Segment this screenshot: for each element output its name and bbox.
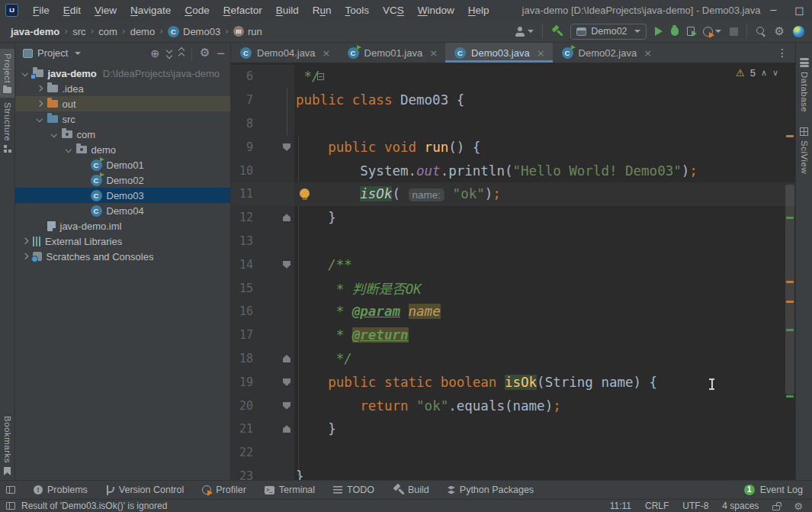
code-line-18[interactable]: 18 */ bbox=[231, 347, 795, 371]
menu-build[interactable]: Build bbox=[269, 5, 306, 16]
editor-tab-demo02-java[interactable]: CDemo02.java× bbox=[553, 43, 660, 63]
code-line-7[interactable]: 7public class Demo03 { bbox=[231, 89, 795, 112]
menu-edit[interactable]: Edit bbox=[56, 5, 88, 16]
code-line-12[interactable]: 12 } bbox=[231, 206, 795, 230]
line-number[interactable]: 23 bbox=[231, 469, 265, 480]
expand-all-button[interactable] bbox=[167, 48, 172, 58]
build-button[interactable] bbox=[551, 26, 562, 37]
collapse-all-button[interactable] bbox=[179, 48, 184, 58]
run-configuration-select[interactable]: Demo02 bbox=[570, 24, 646, 40]
tree-chevron-icon[interactable] bbox=[51, 131, 57, 137]
code-line-19[interactable]: 19 public static boolean isOk(String nam… bbox=[231, 370, 795, 394]
tree-item-scratches-and-consoles[interactable]: Scratches and Consoles bbox=[15, 249, 230, 264]
tab-close-icon[interactable]: × bbox=[644, 47, 652, 59]
error-stripe-mark[interactable] bbox=[786, 281, 794, 283]
caret-position[interactable]: 11:11 bbox=[610, 501, 631, 511]
code-line-20[interactable]: 20 return "ok".equals(name); bbox=[231, 394, 795, 417]
tree-chevron-icon[interactable] bbox=[22, 70, 28, 76]
line-number[interactable]: 22 bbox=[231, 446, 265, 459]
tab-close-icon[interactable]: × bbox=[537, 47, 545, 59]
menu-file[interactable]: File bbox=[26, 5, 56, 16]
code-line-21[interactable]: 21 } bbox=[231, 417, 795, 441]
tool-window-button-problems[interactable]: !Problems bbox=[34, 485, 88, 495]
line-number[interactable]: 13 bbox=[231, 234, 265, 248]
tree-chevron-icon[interactable] bbox=[22, 238, 28, 244]
tree-item-com[interactable]: com bbox=[15, 127, 230, 142]
line-number[interactable]: 21 bbox=[231, 422, 265, 436]
error-stripe-mark[interactable] bbox=[786, 135, 794, 137]
run-with-coverage-button[interactable] bbox=[687, 27, 695, 36]
menu-run[interactable]: Run bbox=[306, 5, 339, 16]
error-stripe-mark[interactable] bbox=[786, 217, 794, 219]
run-button[interactable] bbox=[655, 27, 663, 36]
code-line-17[interactable]: 17 * @return bbox=[231, 324, 795, 347]
next-warning-icon[interactable]: ∨ bbox=[772, 68, 778, 78]
tree-chevron-icon[interactable] bbox=[66, 147, 72, 153]
fold-end-icon[interactable] bbox=[283, 425, 290, 433]
project-panel-title[interactable]: Project bbox=[37, 47, 68, 59]
line-number[interactable]: 8 bbox=[231, 117, 265, 130]
tree-item-demo04[interactable]: CDemo04 bbox=[15, 203, 230, 218]
line-separator[interactable]: CRLF bbox=[645, 501, 669, 511]
menu-window[interactable]: Window bbox=[411, 5, 461, 16]
code-line-14[interactable]: 14 /** bbox=[231, 253, 795, 276]
tree-item-java-demo-iml[interactable]: java-demo.iml bbox=[15, 218, 230, 233]
tool-window-button-terminal[interactable]: >_Terminal bbox=[265, 485, 315, 495]
tree-chevron-icon[interactable] bbox=[22, 253, 28, 259]
menu-tools[interactable]: Tools bbox=[339, 5, 377, 16]
breadcrumb-item[interactable]: java-demo bbox=[11, 26, 59, 37]
tree-item-demo03[interactable]: CDemo03 bbox=[15, 188, 230, 203]
tree-item-external-libraries[interactable]: External Libraries bbox=[15, 233, 230, 249]
code-line-11[interactable]: 11 isOk( name: "ok"); bbox=[231, 182, 795, 206]
code-line-6[interactable]: 6 */ bbox=[231, 65, 795, 89]
line-number[interactable]: 14 bbox=[231, 258, 265, 272]
fold-start-icon[interactable] bbox=[283, 402, 290, 410]
hide-panel-button[interactable]: ─ bbox=[218, 47, 224, 60]
editor-tab-demo01-java[interactable]: CDemo01.java× bbox=[339, 43, 446, 63]
line-number[interactable]: 7 bbox=[231, 93, 265, 107]
tree-chevron-icon[interactable] bbox=[37, 116, 43, 122]
profile-button[interactable] bbox=[515, 27, 534, 37]
line-number[interactable]: 11 bbox=[231, 187, 265, 201]
breadcrumb-item[interactable]: CDemo03 bbox=[168, 26, 220, 37]
fold-end-icon[interactable] bbox=[283, 355, 290, 362]
tree-item-out[interactable]: out bbox=[15, 96, 230, 111]
tool-window-button-python-packages[interactable]: Python Packages bbox=[448, 485, 534, 495]
search-everywhere-button[interactable] bbox=[756, 26, 766, 37]
background-tasks-icon[interactable]: ⚙ bbox=[794, 501, 803, 512]
code-line-9[interactable]: 9 public void run() { bbox=[231, 135, 795, 159]
fold-start-icon[interactable] bbox=[283, 378, 290, 386]
tool-window-switcher-icon[interactable] bbox=[6, 502, 15, 510]
profiler-button[interactable] bbox=[703, 27, 721, 37]
tool-window-button-profiler[interactable]: Profiler bbox=[202, 485, 246, 495]
fold-start-icon[interactable] bbox=[283, 143, 290, 151]
tree-chevron-icon[interactable] bbox=[37, 101, 43, 107]
tool-window-button-sciview[interactable]: SciView bbox=[796, 120, 812, 182]
window-layout-icon[interactable] bbox=[6, 486, 15, 494]
code-editor[interactable]: 6 */7public class Demo03 {89 public void… bbox=[231, 63, 795, 480]
menu-navigate[interactable]: Navigate bbox=[124, 5, 178, 16]
debug-button[interactable] bbox=[671, 27, 679, 36]
line-number[interactable]: 17 bbox=[231, 328, 265, 342]
code-line-22[interactable]: 22 bbox=[231, 441, 795, 465]
error-stripe-mark[interactable] bbox=[786, 301, 794, 303]
tree-item--idea[interactable]: .idea bbox=[15, 81, 230, 96]
panel-settings-button[interactable]: ⚙ bbox=[200, 47, 210, 59]
tree-item-src[interactable]: src bbox=[15, 111, 230, 127]
tool-window-button-project[interactable]: Project bbox=[0, 49, 14, 98]
previous-warning-icon[interactable]: ∧ bbox=[761, 68, 767, 78]
menu-code[interactable]: Code bbox=[178, 5, 216, 16]
readonly-lock-icon[interactable] bbox=[772, 505, 780, 510]
error-stripe-mark[interactable] bbox=[786, 329, 794, 331]
chevron-down-icon[interactable] bbox=[75, 52, 81, 55]
code-line-16[interactable]: 16 * @param name bbox=[231, 300, 795, 324]
tool-window-button-todo[interactable]: TODO bbox=[333, 485, 374, 495]
menu-vcs[interactable]: VCS bbox=[376, 5, 411, 16]
error-stripe-mark[interactable] bbox=[786, 395, 794, 398]
line-number[interactable]: 9 bbox=[231, 140, 265, 154]
menu-help[interactable]: Help bbox=[461, 5, 496, 16]
tool-window-button-bookmarks[interactable]: Bookmarks bbox=[0, 411, 14, 480]
line-number[interactable]: 18 bbox=[231, 352, 265, 365]
code-line-8[interactable]: 8 bbox=[231, 112, 795, 136]
tab-close-icon[interactable]: × bbox=[323, 47, 331, 59]
